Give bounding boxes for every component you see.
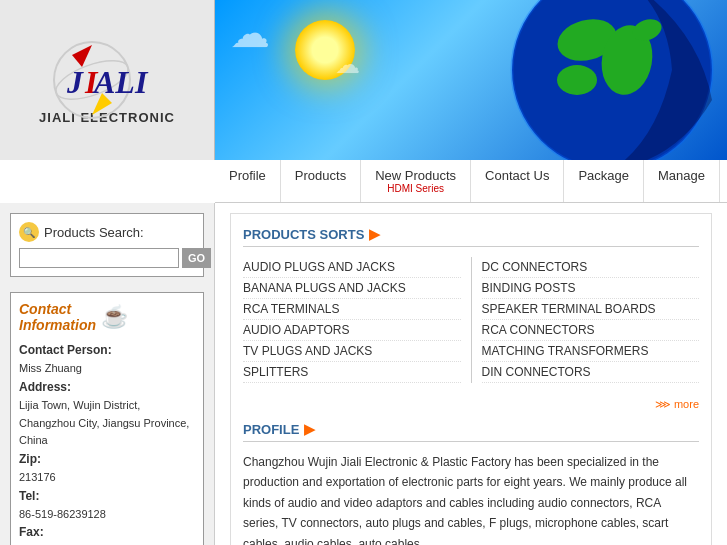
banner: ☁ ☁ — [215, 0, 727, 160]
contact-tel: 86-519-86239128 — [19, 508, 106, 520]
list-item[interactable]: MATCHING TRANSFORMERS — [482, 341, 700, 362]
list-item[interactable]: SPEAKER TERMINAL BOARDS — [482, 299, 700, 320]
profile-text: Changzhou Wujin Jiali Electronic & Plast… — [243, 452, 699, 545]
contact-address: Lijia Town, Wujin District, Changzhou Ci… — [19, 399, 189, 446]
products-more-link[interactable]: ⋙ more — [243, 398, 699, 411]
fax-label: Fax: — [19, 525, 44, 539]
nav-contact-us[interactable]: Contact Us — [471, 160, 564, 202]
contact-zip: 213176 — [19, 471, 56, 483]
contact-box: Contact Information ☕ Contact Person: Mi… — [10, 292, 204, 545]
profile-title: PROFILE ▶ — [243, 421, 699, 442]
contact-info: Contact Person: Miss Zhuang Address: Lij… — [19, 341, 195, 545]
contact-person: Miss Zhuang — [19, 362, 82, 374]
contact-cup-icon: ☕ — [101, 304, 128, 330]
list-item[interactable]: AUDIO PLUGS AND JACKS — [243, 257, 461, 278]
column-divider — [471, 257, 472, 383]
profile-arrow-icon: ▶ — [304, 421, 315, 437]
products-left-col: AUDIO PLUGS AND JACKS BANANA PLUGS AND J… — [243, 257, 461, 383]
svg-point-10 — [557, 65, 597, 95]
nav-new-products[interactable]: New Products HDMI Series — [361, 160, 471, 202]
list-item[interactable]: AUDIO ADAPTORS — [243, 320, 461, 341]
nav-products[interactable]: Products — [281, 160, 361, 202]
banner-clouds: ☁ — [230, 10, 270, 56]
list-item[interactable]: RCA CONNECTORS — [482, 320, 700, 341]
logo-area: J I ALI JIALI ELECTRONIC — [0, 0, 215, 160]
list-item[interactable]: DC CONNECTORS — [482, 257, 700, 278]
contact-subtitle: Information — [19, 317, 96, 333]
products-sorts-title: PRODUCTS SORTS ▶ — [243, 226, 699, 247]
search-title: 🔍 Products Search: — [19, 222, 195, 242]
products-arrow-icon: ▶ — [369, 226, 380, 242]
svg-text:ALI: ALI — [92, 64, 149, 100]
search-button[interactable]: GO — [182, 248, 211, 268]
svg-text:J: J — [66, 64, 84, 100]
logo-image: J I ALI — [37, 35, 177, 115]
contact-title: Contact — [19, 301, 96, 317]
nav-manage[interactable]: Manage — [644, 160, 720, 202]
nav-profile[interactable]: Profile — [215, 160, 281, 202]
list-item[interactable]: RCA TERMINALS — [243, 299, 461, 320]
nav-bar: Profile Products New Products HDMI Serie… — [215, 160, 727, 203]
search-box: 🔍 Products Search: GO — [10, 213, 204, 277]
zip-label: Zip: — [19, 452, 41, 466]
tel-label: Tel: — [19, 489, 39, 503]
search-input[interactable] — [19, 248, 179, 268]
banner-earth — [497, 0, 727, 160]
profile-section: PROFILE ▶ Changzhou Wujin Jiali Electron… — [243, 421, 699, 545]
sidebar: 🔍 Products Search: GO Contact Informatio… — [0, 203, 215, 545]
person-label: Contact Person: — [19, 343, 112, 357]
products-grid: AUDIO PLUGS AND JACKS BANANA PLUGS AND J… — [243, 257, 699, 383]
nav-hdmi-sub: HDMI Series — [387, 183, 444, 194]
list-item[interactable]: SPLITTERS — [243, 362, 461, 383]
search-icon: 🔍 — [19, 222, 39, 242]
products-right-col: DC CONNECTORS BINDING POSTS SPEAKER TERM… — [482, 257, 700, 383]
address-label: Address: — [19, 380, 71, 394]
list-item[interactable]: DIN CONNECTORS — [482, 362, 700, 383]
search-label: Products Search: — [44, 225, 144, 240]
list-item[interactable]: TV PLUGS AND JACKS — [243, 341, 461, 362]
nav-package[interactable]: Package — [564, 160, 644, 202]
list-item[interactable]: BANANA PLUGS AND JACKS — [243, 278, 461, 299]
main-content: PRODUCTS SORTS ▶ AUDIO PLUGS AND JACKS B… — [215, 203, 727, 545]
banner-cloud2: ☁ — [335, 50, 360, 79]
list-item[interactable]: BINDING POSTS — [482, 278, 700, 299]
